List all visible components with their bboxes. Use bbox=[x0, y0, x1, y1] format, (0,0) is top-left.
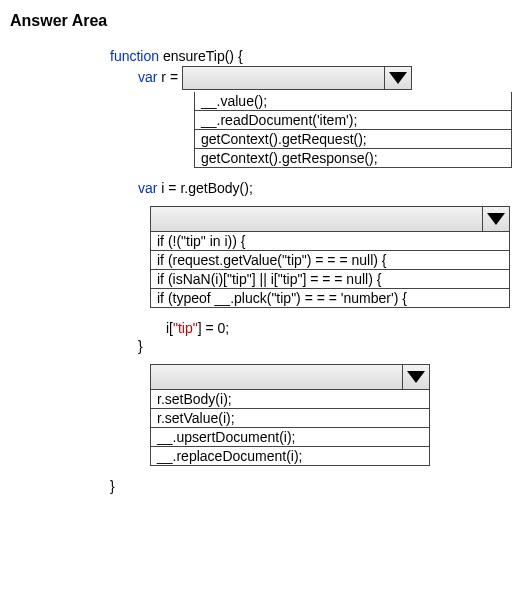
dropdown-3-option[interactable]: r.setBody(i); bbox=[151, 390, 429, 408]
dropdown-3-option[interactable]: __.upsertDocument(i); bbox=[151, 427, 429, 446]
code-area: function ensureTip() { var r = __.value(… bbox=[110, 48, 512, 494]
dropdown-3-toggle[interactable] bbox=[402, 365, 429, 389]
var-i-line: var i = r.getBody(); bbox=[138, 180, 512, 196]
chevron-down-icon bbox=[407, 371, 425, 383]
chevron-down-icon bbox=[487, 213, 505, 225]
assign-line: i["tip"] = 0; bbox=[166, 320, 512, 336]
keyword-var: var bbox=[138, 180, 157, 196]
dropdown-1-option[interactable]: __.value(); bbox=[195, 92, 511, 110]
dropdown-2: if (!("tip" in i)) { if (request.getValu… bbox=[150, 206, 510, 308]
var-r-line: var r = bbox=[138, 66, 512, 90]
dropdown-2-toggle[interactable] bbox=[482, 207, 509, 231]
function-declaration: function ensureTip() { bbox=[110, 48, 512, 64]
dropdown-1-option[interactable]: getContext().getResponse(); bbox=[195, 148, 511, 167]
dropdown-3: r.setBody(i); r.setValue(i); __.upsertDo… bbox=[150, 364, 430, 466]
dropdown-1-options: __.value(); __.readDocument('item'); get… bbox=[194, 92, 512, 168]
assign-prefix: i[ bbox=[166, 320, 173, 336]
function-name: ensureTip() { bbox=[159, 48, 243, 64]
dropdown-2-option[interactable]: if (!("tip" in i)) { bbox=[151, 232, 509, 250]
dropdown-3-option[interactable]: __.replaceDocument(i); bbox=[151, 446, 429, 465]
string-literal-tip: "tip" bbox=[173, 320, 198, 336]
assign-suffix: ] = 0; bbox=[198, 320, 230, 336]
dropdown-2-option[interactable]: if (typeof __.pluck("tip") = = = 'number… bbox=[151, 288, 509, 307]
close-brace-outer: } bbox=[110, 478, 512, 494]
dropdown-3-option[interactable]: r.setValue(i); bbox=[151, 408, 429, 427]
dropdown-3-header[interactable] bbox=[150, 364, 430, 390]
keyword-function: function bbox=[110, 48, 159, 64]
dropdown-2-header[interactable] bbox=[150, 206, 510, 232]
dropdown-2-option[interactable]: if (isNaN(i)["tip"] || i["tip"] = = = nu… bbox=[151, 269, 509, 288]
page-title: Answer Area bbox=[10, 12, 512, 30]
dropdown-2-options: if (!("tip" in i)) { if (request.getValu… bbox=[150, 232, 510, 308]
dropdown-2-option[interactable]: if (request.getValue("tip") = = = null) … bbox=[151, 250, 509, 269]
var-r-text: r = bbox=[157, 69, 182, 85]
close-brace-inner: } bbox=[138, 338, 512, 354]
dropdown-1-option[interactable]: getContext().getRequest(); bbox=[195, 129, 511, 148]
dropdown-1-option[interactable]: __.readDocument('item'); bbox=[195, 110, 511, 129]
dropdown-3-options: r.setBody(i); r.setValue(i); __.upsertDo… bbox=[150, 390, 430, 466]
var-i-text: i = r.getBody(); bbox=[157, 180, 252, 196]
keyword-var: var bbox=[138, 69, 157, 85]
chevron-down-icon bbox=[389, 72, 407, 84]
dropdown-1[interactable] bbox=[182, 66, 412, 90]
dropdown-1-toggle[interactable] bbox=[384, 67, 411, 89]
